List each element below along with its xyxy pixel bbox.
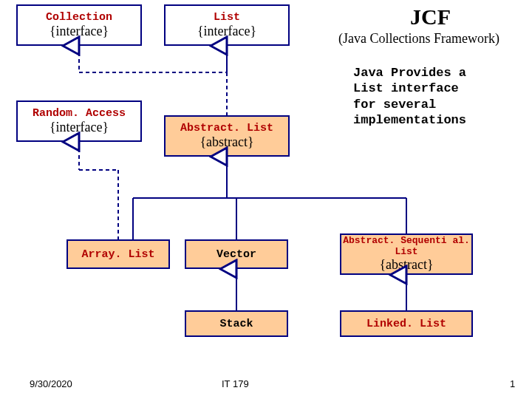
node-label: Collection <box>46 11 112 24</box>
node-list: List {interface} <box>164 4 290 46</box>
node-linkedlist: Linked. List <box>340 310 473 337</box>
connectors <box>0 0 532 399</box>
description-text: Java Provides a List interface for sever… <box>353 65 466 128</box>
node-stack: Stack <box>185 310 288 337</box>
node-stereotype: {interface} <box>197 24 256 39</box>
node-label: Abstract. List <box>180 122 273 134</box>
node-label: Linked. List <box>366 318 446 330</box>
page-subtitle: (Java Collections Framework) <box>338 31 499 47</box>
node-label: Array. List <box>81 248 154 261</box>
footer-date: 9/30/2020 <box>30 378 72 389</box>
page-title: JCF <box>410 4 451 30</box>
node-collection: Collection {interface} <box>16 4 142 46</box>
node-randomaccess: Random. Access {interface} <box>16 100 142 142</box>
node-abstractlist: Abstract. List {abstract} <box>164 115 290 157</box>
node-label: Vector <box>216 248 256 261</box>
node-label: Stack <box>219 318 253 330</box>
edge-arraylist-randomaccess <box>79 142 118 239</box>
node-vector: Vector <box>185 239 288 269</box>
footer-course: IT 179 <box>222 378 249 389</box>
node-label: Abstract. Sequenti al. List <box>341 236 471 257</box>
node-label: List <box>214 11 240 24</box>
node-stereotype: {interface} <box>50 24 109 39</box>
node-abstractseqlist: Abstract. Sequenti al. List {abstract} <box>340 233 473 275</box>
node-stereotype: {abstract} <box>379 257 433 273</box>
node-stereotype: {abstract} <box>200 134 253 150</box>
edge-list-collection <box>79 46 227 72</box>
node-label: Random. Access <box>33 107 126 120</box>
footer-page: 1 <box>510 378 515 389</box>
edge-children-abstractlist <box>133 157 406 239</box>
node-arraylist: Array. List <box>66 239 170 269</box>
node-stereotype: {interface} <box>50 120 109 135</box>
